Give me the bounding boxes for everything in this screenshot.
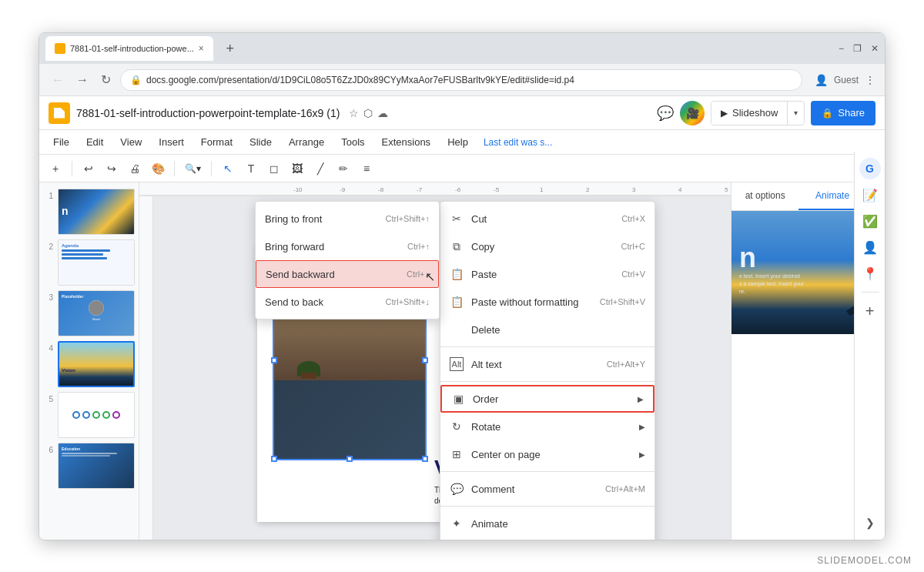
toolbar-shape-btn[interactable]: ◻ bbox=[264, 159, 284, 179]
handle-br[interactable] bbox=[422, 456, 428, 462]
toolbar-paint-btn[interactable]: 🎨 bbox=[148, 159, 168, 179]
drive-icon[interactable]: ⬡ bbox=[363, 107, 373, 119]
slide-img-2[interactable]: Agenda bbox=[58, 239, 135, 286]
sub-bring-to-front[interactable]: Bring to front Ctrl+Shift+↑ bbox=[256, 205, 439, 232]
close-btn[interactable]: ✕ bbox=[871, 43, 879, 54]
toolbar-undo-btn[interactable]: ↩ bbox=[79, 159, 99, 179]
menu-edit[interactable]: Edit bbox=[79, 133, 111, 151]
ctx-paste[interactable]: 📋 Paste Ctrl+V bbox=[440, 260, 654, 288]
slideshow-main-btn[interactable]: ▶ Slideshow bbox=[711, 102, 788, 125]
slide-img-1[interactable]: n bbox=[58, 189, 135, 235]
menu-file[interactable]: File bbox=[45, 133, 77, 151]
toolbar-zoom-select[interactable]: 🔍▾ bbox=[181, 159, 205, 179]
menu-arrange[interactable]: Arrange bbox=[281, 133, 332, 151]
handle-mr[interactable] bbox=[422, 357, 428, 363]
reload-btn[interactable]: ↻ bbox=[98, 71, 114, 89]
gws-keep-icon[interactable]: 📝 bbox=[859, 184, 881, 206]
slides-logo-inner bbox=[54, 108, 65, 119]
toolbar-cursor-btn[interactable]: ↖ bbox=[218, 159, 238, 179]
toolbar-image-btn[interactable]: 🖼 bbox=[287, 159, 307, 179]
toolbar-add-btn[interactable]: + bbox=[45, 159, 65, 179]
ctx-animate[interactable]: ✦ Animate bbox=[440, 510, 654, 537]
menu-help[interactable]: Help bbox=[440, 133, 476, 151]
menu-insert[interactable]: Insert bbox=[151, 133, 192, 151]
ctx-order[interactable]: ▣ Order ▶ bbox=[440, 385, 654, 413]
ctx-paste-nf-shortcut: Ctrl+Shift+V bbox=[600, 297, 645, 306]
star-icon[interactable]: ☆ bbox=[349, 107, 359, 119]
tab-title: 7881-01-self-introduction-powe... bbox=[70, 44, 194, 53]
sub-send-backward[interactable]: Send backward Ctrl+↓ ↖ bbox=[256, 260, 439, 288]
slide-img-5[interactable] bbox=[58, 392, 135, 438]
toolbar-redo-btn[interactable]: ↪ bbox=[102, 159, 122, 179]
toolbar-format-btn[interactable]: ≡ bbox=[357, 159, 377, 179]
back-btn[interactable]: ← bbox=[49, 72, 67, 89]
toolbar-text-btn[interactable]: T bbox=[241, 159, 261, 179]
address-bar: ← → ↻ 🔒 docs.google.com/presentation/d/1… bbox=[39, 64, 885, 96]
slide-thumb-3[interactable]: 3 Placeholder Name bbox=[44, 290, 134, 336]
slide-img-4[interactable]: Vision bbox=[58, 341, 135, 387]
svg-text:5: 5 bbox=[725, 186, 728, 193]
toolbar-line-btn[interactable]: ╱ bbox=[310, 159, 330, 179]
ctx-sep-1 bbox=[440, 346, 654, 347]
tab-close-btn[interactable]: × bbox=[199, 43, 204, 54]
forward-btn[interactable]: → bbox=[73, 72, 92, 89]
gws-maps-icon[interactable]: 📍 bbox=[859, 263, 881, 284]
toolbar-print-btn[interactable]: 🖨 bbox=[125, 159, 145, 179]
ctx-center-on-page[interactable]: ⊞ Center on page ▶ bbox=[440, 440, 654, 468]
gws-contacts-icon[interactable]: 👤 bbox=[859, 236, 881, 258]
ctx-paste-no-format[interactable]: 📋 Paste without formatting Ctrl+Shift+V bbox=[440, 288, 654, 316]
menu-view[interactable]: View bbox=[112, 133, 149, 151]
restore-btn[interactable]: ❐ bbox=[853, 43, 862, 54]
toolbar-pen-btn[interactable]: ✏ bbox=[333, 159, 353, 179]
slideshow-dropdown-btn[interactable]: ▾ bbox=[788, 102, 804, 125]
ctx-rotate[interactable]: ↻ Rotate ▶ bbox=[440, 413, 654, 440]
gws-add-icon[interactable]: + bbox=[859, 300, 881, 322]
slide-img-3[interactable]: Placeholder Name bbox=[58, 290, 135, 336]
sub-bring-forward[interactable]: Bring forward Ctrl+↑ bbox=[256, 232, 439, 260]
handle-bm[interactable] bbox=[346, 456, 353, 462]
ctx-cut[interactable]: ✂ Cut Ctrl+X bbox=[440, 205, 654, 232]
slide-thumb-5[interactable]: 5 bbox=[44, 392, 134, 438]
handle-bl[interactable] bbox=[271, 456, 277, 462]
slide-thumb-1[interactable]: 1 n bbox=[44, 189, 134, 235]
svg-text:4: 4 bbox=[678, 186, 682, 193]
ctx-comment[interactable]: 💬 Comment Ctrl+Alt+M bbox=[440, 475, 654, 503]
comment-icon[interactable]: 💬 bbox=[657, 105, 674, 122]
svg-text:-7: -7 bbox=[417, 186, 423, 193]
minimize-btn[interactable]: − bbox=[839, 43, 844, 54]
sub-send-to-back[interactable]: Send to back Ctrl+Shift+↓ bbox=[256, 288, 439, 316]
menu-tools[interactable]: Tools bbox=[333, 133, 372, 151]
ctx-copy-label: Copy bbox=[471, 241, 614, 253]
rotate-icon: ↻ bbox=[450, 420, 464, 433]
slide-thumb-4[interactable]: 4 Vision bbox=[44, 341, 134, 387]
gws-expand-icon[interactable]: ❯ bbox=[859, 512, 881, 534]
ctx-delete[interactable]: Delete bbox=[440, 316, 654, 343]
svg-text:-6: -6 bbox=[455, 186, 461, 193]
meet-btn[interactable]: 🎥 bbox=[680, 101, 705, 125]
share-btn[interactable]: 🔒 Share bbox=[811, 101, 875, 125]
toolbar-sep-1 bbox=[72, 161, 72, 176]
ctx-alt-text[interactable]: Alt Alt text Ctrl+Alt+Y bbox=[440, 350, 654, 378]
ctx-animate-label: Animate bbox=[471, 518, 645, 530]
menu-slide[interactable]: Slide bbox=[242, 133, 280, 151]
slide-thumb-2[interactable]: 2 Agenda bbox=[44, 239, 134, 286]
browser-tab[interactable]: 7881-01-self-introduction-powe... × bbox=[45, 36, 213, 61]
cloud-icon[interactable]: ☁ bbox=[377, 107, 388, 119]
handle-ml[interactable] bbox=[271, 357, 277, 363]
new-tab-btn[interactable]: + bbox=[219, 38, 241, 59]
gws-tasks-icon[interactable]: ✅ bbox=[859, 210, 881, 232]
ctx-copy[interactable]: ⧉ Copy Ctrl+C bbox=[440, 232, 654, 260]
gws-docs-icon[interactable]: G bbox=[859, 158, 881, 179]
last-edit-indicator[interactable]: Last edit was s... bbox=[484, 137, 552, 148]
ctx-alt-text-shortcut: Ctrl+Alt+Y bbox=[607, 360, 645, 369]
slide-img-6[interactable]: Education bbox=[58, 443, 135, 489]
menu-extensions[interactable]: Extensions bbox=[374, 133, 439, 151]
profile-icon[interactable]: 👤 bbox=[815, 74, 828, 86]
menu-format[interactable]: Format bbox=[193, 133, 240, 151]
lock-icon: 🔒 bbox=[130, 75, 142, 85]
tab-format-options[interactable]: at options bbox=[732, 182, 798, 210]
slide-thumb-6[interactable]: 6 Education bbox=[44, 443, 134, 489]
menu-bar: File Edit View Insert Format Slide Arran… bbox=[39, 130, 885, 155]
address-box[interactable]: 🔒 docs.google.com/presentation/d/1D9CiL0… bbox=[120, 69, 802, 91]
menu-dots-icon[interactable]: ⋮ bbox=[865, 74, 875, 86]
